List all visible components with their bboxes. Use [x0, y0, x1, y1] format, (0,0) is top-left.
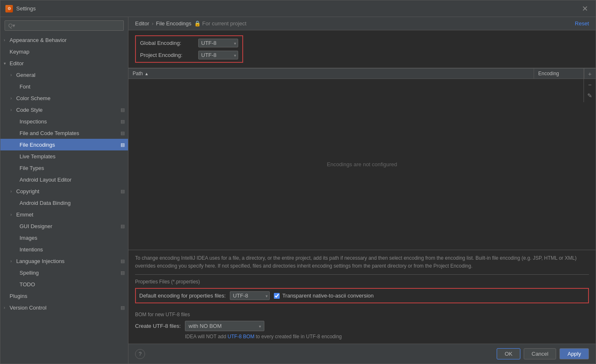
sidebar-item-appearance-behavior[interactable]: ›Appearance & Behavior — [0, 34, 128, 46]
sidebar-item-live-templates[interactable]: Live Templates — [0, 150, 128, 162]
main-panel: Editor › File Encodings 🔒 For current pr… — [128, 17, 596, 364]
sidebar-item-emmet[interactable]: ›Emmet — [0, 209, 128, 220]
bom-description: IDEA will NOT add UTF-8 BOM to every cre… — [135, 334, 589, 339]
properties-title: Properties Files (*.properties) — [135, 279, 589, 285]
sidebar-item-label: File and Code Templates — [20, 130, 119, 136]
sidebar-item-editor[interactable]: ▾Editor — [0, 57, 128, 69]
global-encoding-label: Global Encoding: — [140, 40, 198, 46]
project-encoding-label: Project Encoding: — [140, 52, 198, 58]
lock-icon: 🔒 — [194, 20, 201, 27]
sidebar-item-font[interactable]: Font — [0, 81, 128, 92]
bom-title: BOM for new UTF-8 files — [135, 312, 589, 317]
sidebar-item-file-and-code-templates[interactable]: File and Code Templates▤ — [0, 127, 128, 139]
project-encoding-select-wrap: UTF-8 UTF-16 ISO-8859-1 — [198, 51, 238, 59]
ok-button[interactable]: OK — [497, 348, 520, 359]
sidebar-item-label: File Encodings — [20, 142, 119, 148]
sidebar-item-todo[interactable]: TODO — [0, 278, 128, 290]
sidebar: ›Appearance & BehaviorKeymap▾Editor›Gene… — [0, 17, 128, 364]
transparent-conversion-checkbox[interactable] — [274, 293, 280, 299]
sidebar-item-label: Live Templates — [20, 153, 125, 160]
sidebar-item-version-control[interactable]: ›Version Control▤ — [0, 302, 128, 313]
remove-path-button[interactable]: − — [585, 80, 595, 90]
sidebar-item-label: Plugins — [10, 293, 125, 299]
sidebar-item-keymap[interactable]: Keymap — [0, 46, 128, 57]
breadcrumb-parent: Editor — [135, 20, 149, 27]
sidebar-item-inspections[interactable]: Inspections▤ — [0, 116, 128, 127]
bom-link[interactable]: UTF-8 BOM — [227, 334, 254, 339]
sidebar-item-android-data-binding[interactable]: Android Data Binding — [0, 197, 128, 209]
arrow-icon: › — [4, 305, 10, 310]
breadcrumb-separator: › — [152, 20, 153, 27]
badge-icon: ▤ — [121, 305, 125, 310]
sidebar-item-label: TODO — [20, 281, 125, 288]
cancel-button[interactable]: Cancel — [524, 348, 556, 359]
transparent-conversion-text: Transparent native-to-ascii conversion — [282, 293, 374, 299]
sidebar-item-label: General — [16, 72, 125, 78]
sidebar-item-copyright[interactable]: ›Copyright▤ — [0, 185, 128, 197]
arrow-icon: › — [10, 259, 16, 263]
sidebar-item-plugins[interactable]: Plugins — [0, 290, 128, 302]
sidebar-item-label: Keymap — [10, 49, 125, 55]
help-button[interactable]: ? — [135, 349, 145, 359]
sidebar-item-intentions[interactable]: Intentions — [0, 243, 128, 255]
default-encoding-label: Default encoding for properties files: — [139, 293, 226, 299]
badge-icon: ▤ — [121, 107, 125, 113]
transparent-conversion-label[interactable]: Transparent native-to-ascii conversion — [274, 293, 374, 299]
sidebar-item-label: Inspections — [20, 118, 119, 125]
path-column-header[interactable]: Path ▲ — [128, 69, 534, 79]
close-button[interactable]: ✕ — [579, 3, 591, 15]
reset-link[interactable]: Reset — [575, 20, 589, 27]
titlebar: ⚙ Settings ✕ — [0, 0, 596, 17]
arrow-icon: ▾ — [4, 61, 10, 66]
properties-encoding-select-wrap: UTF-8 UTF-16 ISO-8859-1 — [230, 291, 270, 300]
breadcrumb-for-project: 🔒 For current project — [194, 20, 246, 27]
badge-icon: ▤ — [121, 224, 125, 229]
badge-icon: ▤ — [121, 119, 125, 124]
add-path-button[interactable]: + — [585, 69, 595, 79]
settings-window: ⚙ Settings ✕ ›Appearance & BehaviorKeyma… — [0, 0, 596, 364]
table-body: Encodings are not configured — [128, 79, 596, 250]
sidebar-item-code-style[interactable]: ›Code Style▤ — [0, 104, 128, 116]
sidebar-item-general[interactable]: ›General — [0, 69, 128, 81]
arrow-icon: › — [10, 189, 16, 194]
sidebar-item-android-layout-editor[interactable]: Android Layout Editor — [0, 174, 128, 185]
bom-row: Create UTF-8 files: with NO BOM with BOM… — [135, 321, 589, 331]
sidebar-item-label: Copyright — [16, 188, 119, 194]
breadcrumb-current: File Encodings — [156, 20, 191, 27]
empty-text: Encodings are not configured — [327, 161, 397, 167]
arrow-icon: › — [10, 73, 16, 77]
apply-button[interactable]: Apply — [559, 348, 589, 359]
arrow-icon: › — [4, 38, 10, 42]
sidebar-item-label: Font — [20, 84, 125, 90]
sidebar-item-gui-designer[interactable]: GUI Designer▤ — [0, 220, 128, 232]
edit-path-button[interactable]: ✎ — [585, 91, 595, 101]
sidebar-item-file-types[interactable]: File Types — [0, 162, 128, 174]
bom-description-suffix: to every created file in UTF-8 encoding — [254, 334, 342, 339]
encodings-table: Path ▲ Encoding Encodings are not config… — [128, 68, 596, 250]
sidebar-item-label: File Types — [20, 165, 125, 171]
sidebar-item-label: Emmet — [16, 212, 125, 218]
app-icon: ⚙ — [5, 5, 13, 12]
search-input[interactable] — [5, 20, 124, 31]
bom-select[interactable]: with NO BOM with BOM with BOM (system de… — [185, 321, 264, 331]
properties-encoding-select[interactable]: UTF-8 UTF-16 ISO-8859-1 — [230, 291, 270, 300]
bom-section: BOM for new UTF-8 files Create UTF-8 fil… — [128, 307, 596, 344]
sidebar-item-images[interactable]: Images — [0, 232, 128, 243]
sidebar-item-label: Code Style — [16, 107, 119, 113]
project-encoding-select[interactable]: UTF-8 UTF-16 ISO-8859-1 — [198, 51, 238, 59]
sidebar-item-label: GUI Designer — [20, 223, 119, 229]
arrow-icon: › — [10, 212, 16, 217]
badge-icon: ▤ — [121, 142, 125, 148]
panel-content: Global Encoding: UTF-8 UTF-16 ISO-8859-1… — [128, 30, 596, 344]
sidebar-item-label: Color Scheme — [16, 95, 125, 101]
sidebar-tree: ›Appearance & BehaviorKeymap▾Editor›Gene… — [0, 34, 128, 364]
sidebar-item-label: Android Layout Editor — [20, 177, 125, 183]
sidebar-item-color-scheme[interactable]: ›Color Scheme — [0, 92, 128, 104]
breadcrumb: Editor › File Encodings 🔒 For current pr… — [128, 17, 596, 30]
global-encoding-select[interactable]: UTF-8 UTF-16 ISO-8859-1 — [198, 39, 238, 47]
sidebar-item-label: Android Data Binding — [20, 200, 125, 206]
sidebar-item-label: Version Control — [10, 305, 119, 311]
sidebar-item-spelling[interactable]: Spelling▤ — [0, 267, 128, 278]
sidebar-item-file-encodings[interactable]: File Encodings▤ — [0, 139, 128, 150]
sidebar-item-language-injections[interactable]: ›Language Injections▤ — [0, 255, 128, 267]
